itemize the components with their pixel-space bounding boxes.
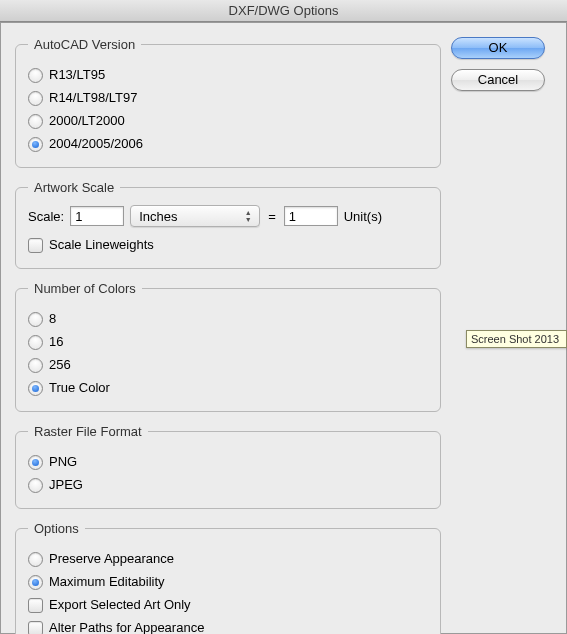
radio-icon <box>28 381 43 396</box>
options-group: Options Preserve Appearance Maximum Edit… <box>15 521 441 634</box>
cancel-button[interactable]: Cancel <box>451 69 545 91</box>
raster-option-png[interactable]: PNG <box>28 452 428 472</box>
scale-label: Scale: <box>28 209 64 224</box>
updown-icon: ▲▼ <box>241 208 255 224</box>
raster-option-jpeg[interactable]: JPEG <box>28 475 428 495</box>
window-title: DXF/DWG Options <box>229 3 339 18</box>
colors-option-16[interactable]: 16 <box>28 332 428 352</box>
screenshot-tooltip: Screen Shot 2013 <box>466 330 567 348</box>
options-legend: Options <box>28 521 85 536</box>
number-of-colors-group: Number of Colors 8 16 256 True Color <box>15 281 441 412</box>
ok-button[interactable]: OK <box>451 37 545 59</box>
equals-label: = <box>266 209 278 224</box>
autocad-option-2004[interactable]: 2004/2005/2006 <box>28 134 428 154</box>
autocad-version-group: AutoCAD Version R13/LT95 R14/LT98/LT97 2… <box>15 37 441 168</box>
colors-option-truecolor[interactable]: True Color <box>28 378 428 398</box>
number-of-colors-legend: Number of Colors <box>28 281 142 296</box>
option-alter-paths[interactable]: Alter Paths for Appearance <box>28 618 428 634</box>
option-export-selected-only[interactable]: Export Selected Art Only <box>28 595 428 615</box>
radio-icon <box>28 552 43 567</box>
artwork-scale-legend: Artwork Scale <box>28 180 120 195</box>
scale-input[interactable] <box>70 206 124 226</box>
autocad-version-legend: AutoCAD Version <box>28 37 141 52</box>
window-titlebar: DXF/DWG Options <box>0 0 567 22</box>
autocad-option-r13[interactable]: R13/LT95 <box>28 65 428 85</box>
colors-option-256[interactable]: 256 <box>28 355 428 375</box>
checkbox-icon <box>28 238 43 253</box>
option-maximum-editability[interactable]: Maximum Editability <box>28 572 428 592</box>
checkbox-icon <box>28 621 43 635</box>
radio-icon <box>28 312 43 327</box>
raster-format-legend: Raster File Format <box>28 424 148 439</box>
radio-icon <box>28 358 43 373</box>
unit-select[interactable]: Inches ▲▼ <box>130 205 260 227</box>
scale-lineweights-checkbox[interactable]: Scale Lineweights <box>28 235 428 255</box>
option-preserve-appearance[interactable]: Preserve Appearance <box>28 549 428 569</box>
dialog-body: AutoCAD Version R13/LT95 R14/LT98/LT97 2… <box>0 22 567 634</box>
radio-icon <box>28 114 43 129</box>
artwork-scale-group: Artwork Scale Scale: Inches ▲▼ = Unit(s)… <box>15 180 441 269</box>
checkbox-icon <box>28 598 43 613</box>
radio-icon <box>28 68 43 83</box>
units-input[interactable] <box>284 206 338 226</box>
radio-icon <box>28 455 43 470</box>
radio-icon <box>28 137 43 152</box>
radio-icon <box>28 478 43 493</box>
raster-format-group: Raster File Format PNG JPEG <box>15 424 441 509</box>
autocad-option-2000[interactable]: 2000/LT2000 <box>28 111 428 131</box>
colors-option-8[interactable]: 8 <box>28 309 428 329</box>
unit-select-value: Inches <box>139 209 177 224</box>
radio-icon <box>28 575 43 590</box>
units-label: Unit(s) <box>344 209 382 224</box>
radio-icon <box>28 335 43 350</box>
radio-icon <box>28 91 43 106</box>
autocad-option-r14[interactable]: R14/LT98/LT97 <box>28 88 428 108</box>
